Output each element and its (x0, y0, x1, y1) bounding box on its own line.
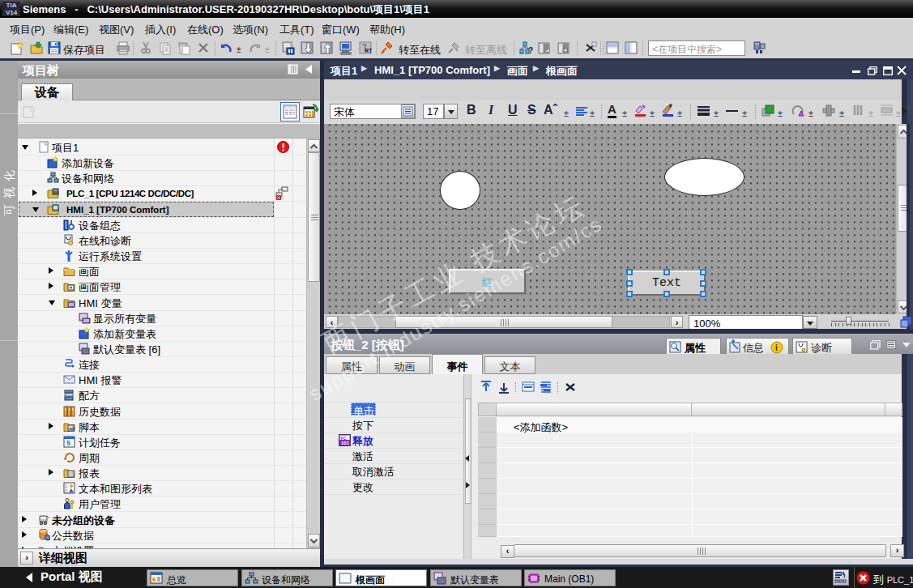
svg-text:RT: RT (365, 48, 373, 53)
svg-text:?: ? (528, 46, 533, 55)
svg-text:信息: 信息 (742, 342, 764, 354)
svg-text:i: i (775, 343, 778, 352)
svg-text:101: 101 (341, 441, 350, 445)
svg-text:5: 5 (66, 439, 70, 447)
svg-text:2.: 2. (65, 488, 69, 493)
svg-text:FC: FC (341, 436, 347, 441)
svg-text:属性: 属性 (684, 342, 706, 354)
svg-text:ab: ab (69, 426, 75, 431)
svg-text:诊断: 诊断 (811, 342, 832, 354)
